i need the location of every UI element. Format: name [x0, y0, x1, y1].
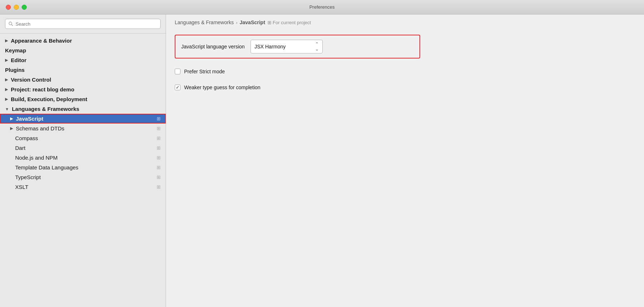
search-box[interactable]: [5, 19, 161, 29]
sidebar-item-plugins[interactable]: Plugins: [0, 65, 166, 75]
arrow-icon: ▼: [5, 107, 9, 111]
sidebar-item-label: Version Control: [11, 77, 51, 83]
window-controls: [6, 5, 27, 10]
sidebar-item-nodejs-npm[interactable]: Node.js and NPM ⊞: [0, 153, 166, 163]
copy-icon: ⊞: [157, 126, 161, 131]
arrow-icon: ▶: [10, 126, 13, 131]
breadcrumb-part2: JavaScript: [240, 20, 265, 25]
sidebar-item-javascript[interactable]: ▶ JavaScript ⊞: [0, 114, 166, 124]
copy-icon: ⊞: [157, 155, 161, 160]
breadcrumb-link-icon: ⊞: [267, 20, 271, 25]
svg-point-0: [9, 22, 12, 25]
prefer-strict-label: Prefer Strict mode: [184, 69, 225, 74]
sidebar-item-appearance-behavior[interactable]: ▶ Appearance & Behavior: [0, 36, 166, 46]
sidebar: ▶ Appearance & Behavior Keymap ▶ Editor …: [0, 14, 166, 307]
sidebar-item-label: Keymap: [5, 47, 26, 53]
copy-icon: ⊞: [157, 116, 161, 121]
lang-version-select[interactable]: JSX Harmony ⌃⌄: [251, 40, 323, 53]
sidebar-item-xslt[interactable]: XSLT ⊞: [0, 182, 166, 192]
language-version-row: JavaScript language version JSX Harmony …: [175, 35, 420, 59]
copy-icon: ⊞: [157, 174, 161, 180]
select-arrows-icon: ⌃⌄: [315, 42, 319, 52]
arrow-icon: ▶: [5, 87, 8, 92]
copy-icon: ⊞: [157, 184, 161, 190]
prefer-strict-checkbox[interactable]: [175, 69, 180, 74]
arrow-icon: ▶: [5, 97, 8, 101]
sidebar-item-typescript[interactable]: TypeScript ⊞: [0, 172, 166, 182]
copy-icon: ⊞: [157, 135, 161, 141]
sidebar-item-label: Dart: [15, 145, 25, 151]
sidebar-item-label: Build, Execution, Deployment: [11, 96, 87, 102]
breadcrumb: Languages & Frameworks › JavaScript ⊞ Fo…: [166, 14, 644, 29]
copy-icon: ⊞: [157, 165, 161, 170]
sidebar-item-label: XSLT: [15, 184, 28, 190]
weaker-type-label: Weaker type guess for completion: [184, 85, 260, 90]
close-button[interactable]: [6, 5, 11, 10]
sidebar-item-version-control[interactable]: ▶ Version Control: [0, 75, 166, 85]
sidebar-item-label: Project: react blog demo: [11, 86, 74, 92]
sidebar-item-keymap[interactable]: Keymap: [0, 46, 166, 55]
arrow-icon: ▶: [5, 58, 8, 62]
breadcrumb-link[interactable]: ⊞ For current project: [267, 20, 311, 25]
sidebar-item-label: JavaScript: [16, 116, 43, 122]
sidebar-item-label: Template Data Languages: [15, 164, 78, 170]
panel-content: JavaScript language version JSX Harmony …: [166, 29, 644, 307]
arrow-icon: ▶: [5, 38, 8, 43]
search-container: [0, 14, 166, 34]
sidebar-item-label: Appearance & Behavior: [11, 38, 72, 44]
prefer-strict-row: Prefer Strict mode: [175, 67, 635, 76]
sidebar-item-label: TypeScript: [15, 174, 41, 180]
sidebar-item-compass[interactable]: Compass ⊞: [0, 133, 166, 143]
minimize-button[interactable]: [14, 5, 19, 10]
svg-line-1: [12, 25, 13, 26]
sidebar-item-label: Languages & Frameworks: [12, 106, 79, 112]
sidebar-item-editor[interactable]: ▶ Editor: [0, 55, 166, 65]
search-input[interactable]: [16, 21, 157, 27]
sidebar-item-schemas-dtds[interactable]: ▶ Schemas and DTDs ⊞: [0, 124, 166, 133]
main-content: ▶ Appearance & Behavior Keymap ▶ Editor …: [0, 14, 644, 307]
search-icon: [8, 21, 13, 26]
weaker-type-checkbox[interactable]: ✓: [175, 85, 180, 90]
sidebar-item-label: Schemas and DTDs: [16, 125, 64, 131]
weaker-type-row: ✓ Weaker type guess for completion: [175, 83, 635, 92]
titlebar: Preferences: [0, 0, 644, 14]
sidebar-item-label: Node.js and NPM: [15, 155, 58, 161]
sidebar-item-dart[interactable]: Dart ⊞: [0, 143, 166, 153]
breadcrumb-link-text: For current project: [273, 20, 311, 25]
sidebar-item-build-execution[interactable]: ▶ Build, Execution, Deployment: [0, 94, 166, 104]
checkbox-checkmark: ✓: [176, 85, 179, 90]
lang-version-label: JavaScript language version: [181, 44, 245, 49]
breadcrumb-separator: ›: [236, 20, 237, 25]
sidebar-item-template-data[interactable]: Template Data Languages ⊞: [0, 163, 166, 172]
sidebar-item-label: Compass: [15, 135, 38, 141]
sidebar-item-languages-frameworks[interactable]: ▼ Languages & Frameworks: [0, 104, 166, 114]
arrow-icon: ▶: [5, 77, 8, 82]
arrow-icon: ▶: [10, 116, 13, 121]
sidebar-item-label: Plugins: [5, 67, 25, 73]
copy-icon: ⊞: [157, 145, 161, 151]
lang-version-value: JSX Harmony: [254, 44, 313, 49]
maximize-button[interactable]: [22, 5, 27, 10]
nav-list: ▶ Appearance & Behavior Keymap ▶ Editor …: [0, 34, 166, 307]
right-panel: Languages & Frameworks › JavaScript ⊞ Fo…: [166, 14, 644, 307]
breadcrumb-part1: Languages & Frameworks: [175, 20, 234, 25]
window-title: Preferences: [309, 4, 335, 10]
sidebar-item-label: Editor: [11, 57, 26, 63]
sidebar-item-project[interactable]: ▶ Project: react blog demo: [0, 85, 166, 94]
